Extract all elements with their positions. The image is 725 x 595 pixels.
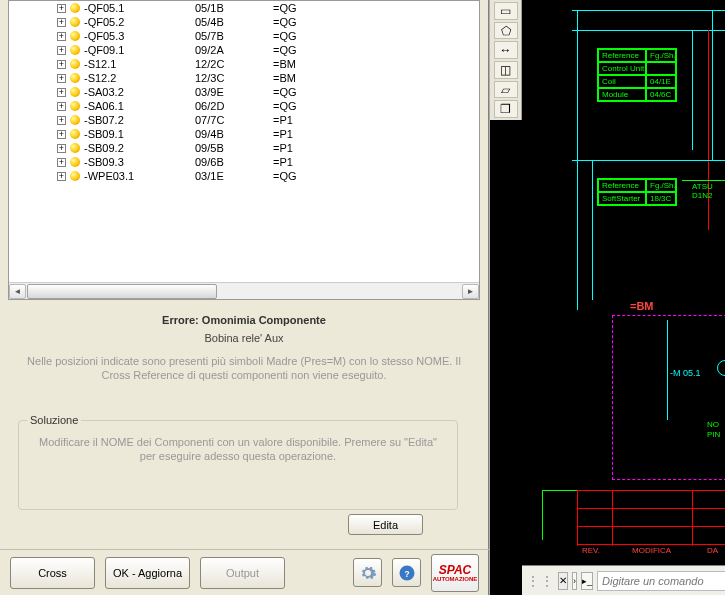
error-block: Errore: Omonimia Componente Bobina rele'…: [8, 314, 480, 383]
row-eq: =QG: [273, 86, 423, 98]
tool-icon-6[interactable]: ❐: [494, 100, 518, 118]
row-pos: 05/4B: [195, 16, 273, 28]
settings-icon[interactable]: [353, 558, 382, 587]
table-row[interactable]: +-S12.112/2C=BM: [9, 57, 479, 71]
scroll-right-button[interactable]: ►: [462, 284, 479, 299]
row-eq: =P1: [273, 114, 423, 126]
tool-icon-1[interactable]: ▭: [494, 2, 518, 20]
expand-icon[interactable]: +: [57, 172, 66, 181]
table-row[interactable]: +-SA03.203/9E=QG: [9, 85, 479, 99]
scroll-left-button[interactable]: ◄: [9, 284, 26, 299]
expand-icon[interactable]: +: [57, 116, 66, 125]
close-icon[interactable]: ✕: [558, 572, 568, 590]
cad-note-pin: PIN: [707, 430, 720, 439]
table-row[interactable]: +-S12.212/3C=BM: [9, 71, 479, 85]
row-pos: 12/3C: [195, 72, 273, 84]
cad-panel: ▭ ⬠ ↔ ◫ ▱ ❐ ReferenceFg./Sh. Control Uni…: [490, 0, 725, 595]
logo-text-1: SPAC: [439, 564, 471, 576]
table-row[interactable]: +-SB09.109/4B=P1: [9, 127, 479, 141]
grip-icon[interactable]: ⋮⋮: [526, 573, 554, 589]
table-row[interactable]: +-QF05.205/4B=QG: [9, 15, 479, 29]
cad-label-atsu: ATSU D1N2: [692, 182, 725, 200]
row-eq: =QG: [273, 30, 423, 42]
expand-icon[interactable]: +: [57, 130, 66, 139]
row-name: -WPE03.1: [84, 170, 134, 182]
error-title: Errore: Omonimia Componente: [8, 314, 480, 326]
cross-button[interactable]: Cross: [10, 557, 95, 589]
expand-icon[interactable]: +: [57, 144, 66, 153]
status-dot-icon: [70, 3, 80, 13]
scroll-thumb[interactable]: [27, 284, 217, 299]
tool-icon-3[interactable]: ↔: [494, 41, 518, 59]
expand-icon[interactable]: +: [57, 46, 66, 55]
command-bar: ⋮⋮ ✕ › ▸_: [522, 565, 725, 595]
solution-text: Modificare il NOME dei Componenti con un…: [19, 421, 457, 464]
expand-icon[interactable]: +: [57, 74, 66, 83]
row-pos: 12/2C: [195, 58, 273, 70]
prompt-icon[interactable]: ▸_: [581, 572, 593, 590]
row-pos: 05/7B: [195, 30, 273, 42]
status-dot-icon: [70, 45, 80, 55]
row-pos: 09/6B: [195, 156, 273, 168]
table-row[interactable]: +-QF05.305/7B=QG: [9, 29, 479, 43]
status-dot-icon: [70, 129, 80, 139]
ok-aggiorna-button[interactable]: OK - Aggiorna: [105, 557, 190, 589]
chevron-right-icon[interactable]: ›: [572, 572, 577, 590]
row-eq: =P1: [273, 128, 423, 140]
tool-icon-2[interactable]: ⬠: [494, 22, 518, 40]
component-table[interactable]: +-QF05.105/1B=QG+-QF05.205/4B=QG+-QF05.3…: [8, 0, 480, 300]
row-name: -QF05.3: [84, 30, 124, 42]
expand-icon[interactable]: +: [57, 18, 66, 27]
cad-footer-da: DA: [707, 546, 718, 555]
table-row[interactable]: +-QF05.105/1B=QG: [9, 1, 479, 15]
row-name: -SA03.2: [84, 86, 124, 98]
table-row[interactable]: +-WPE03.103/1E=QG: [9, 169, 479, 183]
status-dot-icon: [70, 59, 80, 69]
table-row[interactable]: +-SB07.207/7C=P1: [9, 113, 479, 127]
spac-logo[interactable]: SPAC AUTOMAZIONE: [431, 554, 479, 592]
horizontal-scrollbar[interactable]: ◄ ►: [9, 282, 479, 299]
row-pos: 06/2D: [195, 100, 273, 112]
command-input[interactable]: [597, 571, 725, 591]
row-pos: 05/1B: [195, 2, 273, 14]
table-row[interactable]: +-SA06.106/2D=QG: [9, 99, 479, 113]
status-dot-icon: [70, 101, 80, 111]
row-name: -SB09.3: [84, 156, 124, 168]
row-eq: =P1: [273, 156, 423, 168]
table-row[interactable]: +-SB09.209/5B=P1: [9, 141, 479, 155]
row-pos: 09/5B: [195, 142, 273, 154]
expand-icon[interactable]: +: [57, 4, 66, 13]
cad-ref-table-2: ReferenceFg./Sh. SoftStarter18/3C: [597, 178, 677, 206]
expand-icon[interactable]: +: [57, 32, 66, 41]
row-eq: =QG: [273, 16, 423, 28]
expand-icon[interactable]: +: [57, 60, 66, 69]
tool-icon-5[interactable]: ▱: [494, 81, 518, 99]
bottom-toolbar: Cross OK - Aggiorna Output ? SPAC AUTOMA…: [0, 549, 489, 595]
cad-viewport[interactable]: ReferenceFg./Sh. Control Unit Coil04/1E …: [522, 0, 725, 565]
edit-button[interactable]: Edita: [348, 514, 423, 535]
expand-icon[interactable]: +: [57, 102, 66, 111]
table-row[interactable]: +-QF09.109/2A=QG: [9, 43, 479, 57]
tool-icon-4[interactable]: ◫: [494, 61, 518, 79]
solution-legend: Soluzione: [27, 414, 81, 426]
row-pos: 03/9E: [195, 86, 273, 98]
row-pos: 09/2A: [195, 44, 273, 56]
status-dot-icon: [70, 143, 80, 153]
row-pos: 07/7C: [195, 114, 273, 126]
status-dot-icon: [70, 115, 80, 125]
row-eq: =QG: [273, 100, 423, 112]
row-pos: 09/4B: [195, 128, 273, 140]
row-name: -SB09.1: [84, 128, 124, 140]
expand-icon[interactable]: +: [57, 88, 66, 97]
cad-footer-mod: MODIFICA: [632, 546, 671, 555]
row-name: -QF09.1: [84, 44, 124, 56]
row-name: -SA06.1: [84, 100, 124, 112]
help-icon[interactable]: ?: [392, 558, 421, 587]
cad-label-bm: =BM: [630, 300, 654, 312]
table-row[interactable]: +-SB09.309/6B=P1: [9, 155, 479, 169]
logo-text-2: AUTOMAZIONE: [433, 576, 478, 582]
expand-icon[interactable]: +: [57, 158, 66, 167]
output-button[interactable]: Output: [200, 557, 285, 589]
scroll-track[interactable]: [27, 284, 461, 299]
status-dot-icon: [70, 31, 80, 41]
